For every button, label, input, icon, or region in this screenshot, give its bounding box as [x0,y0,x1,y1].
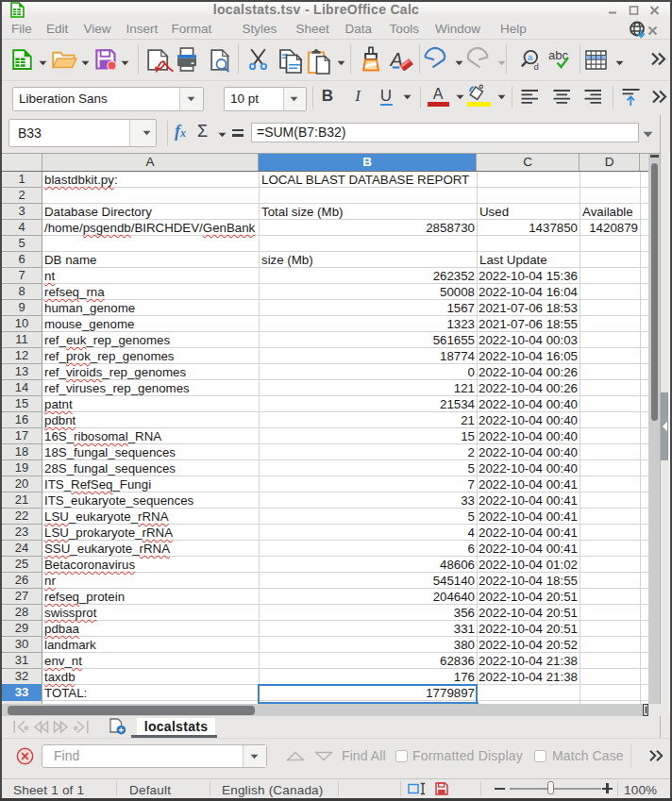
svg-text:d: d [534,61,539,72]
svg-text:a: a [528,52,533,62]
